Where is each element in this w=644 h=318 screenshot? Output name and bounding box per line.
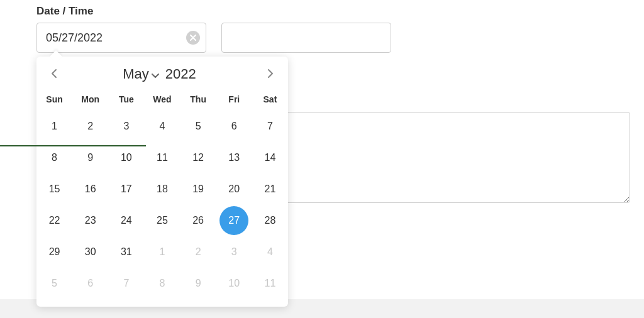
date-input[interactable]	[36, 23, 206, 53]
weekday-header: Tue	[108, 89, 144, 111]
day-cell[interactable]: 2	[76, 112, 105, 141]
day-cell[interactable]: 5	[184, 112, 213, 141]
day-cell[interactable]: 29	[40, 238, 69, 266]
day-cell[interactable]: 6	[219, 112, 248, 141]
prev-month-button[interactable]	[45, 65, 63, 83]
month-dropdown[interactable]	[152, 66, 159, 82]
day-cell[interactable]: 3	[219, 238, 248, 266]
day-cell[interactable]: 5	[40, 269, 69, 298]
day-cell[interactable]: 3	[112, 112, 141, 141]
day-cell[interactable]: 4	[148, 112, 177, 141]
time-input[interactable]	[221, 23, 391, 53]
weekday-header: Sat	[252, 89, 288, 111]
weekday-header: Fri	[216, 89, 252, 111]
date-input-wrap	[36, 23, 206, 53]
day-cell[interactable]: 21	[255, 175, 284, 204]
day-cell[interactable]: 8	[148, 269, 177, 298]
date-picker-popup: May SunMonTueWedThuFriSat 12345678910111…	[36, 57, 288, 307]
day-cell[interactable]: 15	[40, 175, 69, 204]
day-cell[interactable]: 11	[148, 143, 177, 172]
close-icon	[190, 33, 196, 43]
day-cell[interactable]: 14	[255, 143, 284, 172]
day-cell[interactable]: 10	[219, 269, 248, 298]
day-cell[interactable]: 4	[255, 238, 284, 266]
day-cell[interactable]: 8	[40, 143, 69, 172]
day-cell[interactable]: 30	[76, 238, 105, 266]
year-input[interactable]	[165, 66, 202, 82]
weekday-header: Sun	[36, 89, 72, 111]
day-cell[interactable]: 16	[76, 175, 105, 204]
day-cell[interactable]: 2	[184, 238, 213, 266]
weekday-header: Mon	[72, 89, 108, 111]
next-month-button[interactable]	[262, 65, 279, 83]
chevron-left-icon	[51, 69, 57, 80]
day-cell[interactable]: 6	[76, 269, 105, 298]
day-cell[interactable]: 7	[255, 112, 284, 141]
day-cell[interactable]: 24	[112, 206, 141, 235]
day-cell[interactable]: 11	[255, 269, 284, 298]
day-cell[interactable]: 22	[40, 206, 69, 235]
day-cell[interactable]: 1	[40, 112, 69, 141]
day-cell[interactable]: 10	[112, 143, 141, 172]
day-cell[interactable]: 28	[255, 206, 284, 235]
day-cell[interactable]: 20	[219, 175, 248, 204]
day-cell[interactable]: 13	[219, 143, 248, 172]
day-cell[interactable]: 7	[112, 269, 141, 298]
day-cell[interactable]: 27	[219, 206, 248, 235]
accent-underline	[0, 145, 146, 146]
calendar-grid: SunMonTueWedThuFriSat 123456789101112131…	[36, 89, 288, 299]
chevron-right-icon	[267, 69, 274, 80]
chevron-down-icon	[152, 66, 159, 82]
day-cell[interactable]: 9	[76, 143, 105, 172]
day-cell[interactable]: 23	[76, 206, 105, 235]
day-cell[interactable]: 17	[112, 175, 141, 204]
day-cell[interactable]: 1	[148, 238, 177, 266]
weekday-header: Wed	[144, 89, 180, 111]
day-cell[interactable]: 12	[184, 143, 213, 172]
day-cell[interactable]: 19	[184, 175, 213, 204]
day-cell[interactable]: 31	[112, 238, 141, 266]
day-cell[interactable]: 25	[148, 206, 177, 235]
day-cell[interactable]: 18	[148, 175, 177, 204]
day-cell[interactable]: 9	[184, 269, 213, 298]
day-cell[interactable]: 26	[184, 206, 213, 235]
clear-date-button[interactable]	[186, 31, 200, 45]
date-time-label: Date / Time	[36, 5, 631, 18]
weekday-header: Thu	[180, 89, 216, 111]
current-month[interactable]: May	[123, 66, 149, 82]
